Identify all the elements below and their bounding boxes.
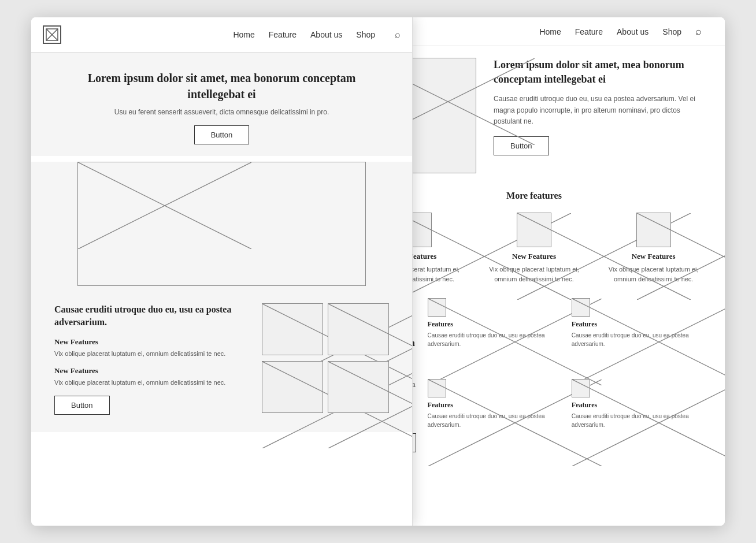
small-feature-icon-1 [572, 298, 590, 317]
right-hero: Lorem ipsum dolor sit amet, mea bonorum … [361, 58, 707, 173]
right-nav-shop[interactable]: Shop [662, 27, 681, 36]
right-nav-about[interactable]: About us [617, 27, 648, 36]
svg-line-14 [572, 380, 725, 466]
right-nav-feature[interactable]: Feature [575, 27, 603, 36]
left-hero-button[interactable]: Button [194, 125, 250, 144]
left-bottom-images [262, 303, 389, 415]
left-nav-about[interactable]: About us [310, 30, 342, 39]
right-nav-home[interactable]: Home [539, 27, 561, 36]
right-search-icon[interactable]: ⌕ [695, 25, 702, 38]
small-feature-2: Features Causae eruditi utroque duo eu, … [428, 379, 564, 452]
features-grid: New Features Vix oblique placerat luptat… [361, 213, 707, 284]
wireframe-x [78, 162, 251, 249]
left-hero: Lorem ipsum dolor sit amet, mea bonorum … [31, 53, 412, 156]
left-bottom-section: Causae eruditi utroque duo eu, usu ea po… [31, 286, 412, 432]
left-feature-title-0: New Features [54, 337, 244, 347]
wireframe-x [572, 299, 725, 385]
right-bottom: ...pro esse ancillae, at pertinax gravit… [361, 298, 707, 452]
svg-line-7 [637, 213, 725, 300]
left-feature-1: New Features Vix oblique placerat luptat… [54, 366, 244, 388]
svg-line-10 [572, 299, 725, 385]
left-panel: Home Feature About us Shop ⌕ Lorem ipsum… [31, 17, 413, 526]
small-feature-3: Features Causae eruditi utroque duo eu, … [572, 379, 707, 452]
svg-line-27 [328, 362, 413, 448]
left-nav-shop[interactable]: Shop [356, 30, 375, 39]
feature-icon-2 [636, 213, 671, 247]
small-feature-0: Features Causae eruditi utroque duo eu, … [428, 298, 564, 371]
more-features-title: More features [361, 191, 707, 201]
left-feature-title-1: New Features [54, 366, 244, 375]
right-nav-links: Home Feature About us Shop ⌕ [539, 25, 702, 38]
svg-line-28 [328, 362, 413, 448]
left-search-icon[interactable]: ⌕ [395, 29, 401, 40]
small-features-grid: Features Causae eruditi utroque duo eu, … [428, 298, 707, 452]
small-feature-1: Features Causae eruditi utroque duo eu, … [572, 298, 707, 371]
left-hero-subtitle: Usu eu ferent senserit assueverit, dicta… [77, 108, 366, 116]
left-hero-title: Lorem ipsum dolor sit amet, mea bonorum … [77, 70, 366, 102]
left-nav-feature[interactable]: Feature [269, 30, 297, 39]
left-bottom-button[interactable]: Button [54, 396, 110, 415]
left-main-image [77, 162, 366, 286]
wireframe-x [328, 362, 413, 448]
left-nav: Home Feature About us Shop ⌕ [31, 17, 412, 53]
svg-line-6 [637, 213, 725, 300]
small-wireframe-2 [262, 361, 323, 413]
small-wireframe-1 [328, 303, 389, 355]
left-feature-desc-1: Vix oblique placerat luptatum ei, omnium… [54, 378, 244, 388]
svg-line-15 [572, 380, 725, 466]
small-feature-icon-0 [428, 298, 446, 317]
svg-line-11 [572, 299, 725, 385]
left-logo [43, 25, 61, 44]
left-bottom-title: Causae eruditi utroque duo eu, usu ea po… [54, 303, 244, 329]
small-wireframe-3 [328, 361, 389, 413]
left-feature-desc-0: Vix oblique placerat luptatum ei, omnium… [54, 349, 244, 359]
left-bottom-text: Causae eruditi utroque duo eu, usu ea po… [54, 303, 244, 415]
feature-icon-1 [517, 213, 551, 247]
logo-icon [46, 28, 58, 41]
left-feature-0: New Features Vix oblique placerat luptat… [54, 337, 244, 359]
small-feature-icon-2 [428, 379, 446, 397]
small-feature-icon-3 [572, 379, 590, 397]
left-nav-home[interactable]: Home [233, 30, 254, 39]
browser-window: Home Feature About us Shop ⌕ Lorem ipsum… [31, 17, 725, 526]
small-wireframe-0 [262, 303, 323, 355]
wireframe-x [637, 213, 725, 300]
wireframe-x [572, 380, 725, 466]
left-nav-links: Home Feature About us Shop ⌕ [233, 29, 401, 40]
